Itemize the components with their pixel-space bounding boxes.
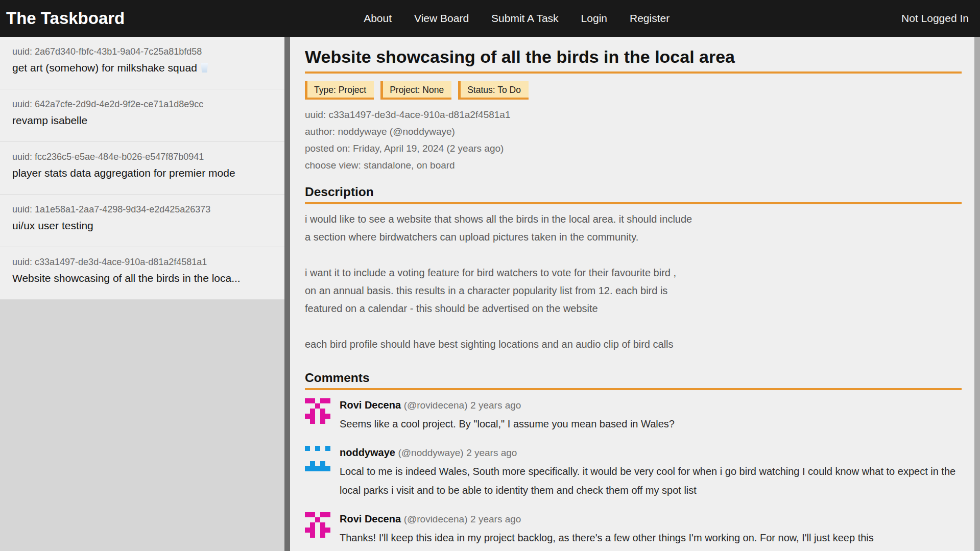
comment-row: noddywaye (@noddywaye) 2 years ago Local…	[305, 446, 962, 500]
comment-timestamp: 2 years ago	[470, 514, 521, 524]
comment-body: noddywaye (@noddywaye) 2 years ago Local…	[340, 446, 962, 500]
app-body: uuid: 2a67d340-fbfc-43b1-9a04-7c25a81bfd…	[0, 37, 980, 551]
avatar-rovidecena-icon	[305, 512, 330, 538]
page-scrollbar[interactable]	[974, 37, 980, 551]
description-text: i would like to see a website that shows…	[305, 210, 962, 353]
comment-author: Rovi Decena	[340, 513, 401, 524]
task-title: Website showcasing of all the birds in t…	[12, 272, 277, 284]
task-meta: uuid: c33a1497-de3d-4ace-910a-d81a2f4581…	[305, 106, 962, 174]
view-standalone-link[interactable]: standalone	[364, 160, 411, 171]
avatar-rovidecena-icon	[305, 398, 330, 424]
task-detail: Website showcasing of all the birds in t…	[290, 37, 974, 551]
nav-link-view-board[interactable]: View Board	[414, 12, 469, 25]
task-uuid: uuid: fcc236c5-e5ae-484e-b026-e547f87b09…	[12, 152, 277, 162]
task-title: get art (somehow) for milkshake squad	[12, 62, 277, 74]
comment-list: Rovi Decena (@rovidecena) 2 years ago Se…	[305, 398, 962, 547]
choose-view-label: choose view:	[305, 160, 364, 171]
project-badge: Project: None	[380, 81, 451, 100]
nav-link-submit-a-task[interactable]: Submit A Task	[491, 12, 559, 25]
badge-row: Type: Project Project: None Status: To D…	[305, 81, 962, 100]
task-title: ui/ux user testing	[12, 220, 277, 232]
comment-handle: (@rovidecena)	[404, 400, 468, 411]
nav-link-register[interactable]: Register	[630, 12, 670, 25]
task-list-item-isabelle[interactable]: uuid: 642a7cfe-2d9d-4e2d-9f2e-ce71a1d8e9…	[0, 89, 284, 142]
meta-posted-on: posted on: Friday, April 19, 2024 (2 yea…	[305, 140, 962, 157]
description-divider	[305, 202, 962, 204]
task-list-item-uiux-testing[interactable]: uuid: 1a1e58a1-2aa7-4298-9d34-e2d425a263…	[0, 195, 284, 247]
task-title-text: get art (somehow) for milkshake squad	[12, 62, 197, 74]
view-separator: ,	[411, 160, 417, 171]
comments-heading: Comments	[305, 371, 962, 385]
task-list-item-milkshake[interactable]: uuid: 2a67d340-fbfc-43b1-9a04-7c25a81bfd…	[0, 37, 284, 89]
comments-divider	[305, 388, 962, 390]
comment-text: Local to me is indeed Wales, South more …	[340, 462, 962, 500]
task-list-item-birds-website[interactable]: uuid: c33a1497-de3d-4ace-910a-d81a2f4581…	[0, 247, 284, 300]
status-badge: Status: To Do	[458, 81, 529, 100]
task-list-item-player-stats[interactable]: uuid: fcc236c5-e5ae-484e-b026-e547f87b09…	[0, 142, 284, 195]
comment-text: Seems like a cool project. By "local," I…	[340, 415, 962, 434]
sidebar-scrollbar[interactable]	[284, 37, 290, 551]
description-heading: Description	[305, 185, 962, 199]
nav-link-login[interactable]: Login	[581, 12, 607, 25]
meta-choose-view: choose view: standalone, on board	[305, 157, 962, 174]
comment-handle: (@rovidecena)	[404, 514, 468, 524]
comment-text: Thanks! I'll keep this idea in my projec…	[340, 529, 962, 547]
comment-row: Rovi Decena (@rovidecena) 2 years ago Se…	[305, 398, 962, 434]
task-uuid: uuid: c33a1497-de3d-4ace-910a-d81a2f4581…	[12, 257, 277, 268]
task-title: revamp isabelle	[12, 114, 277, 127]
view-on-board-link[interactable]: on board	[417, 160, 455, 171]
sidebar: uuid: 2a67d340-fbfc-43b1-9a04-7c25a81bfd…	[0, 37, 290, 551]
page-title: Website showcasing of all the birds in t…	[305, 47, 962, 67]
task-uuid: uuid: 1a1e58a1-2aa7-4298-9d34-e2d425a263…	[12, 204, 277, 215]
task-list: uuid: 2a67d340-fbfc-43b1-9a04-7c25a81bfd…	[0, 37, 284, 551]
sidebar-empty-area	[0, 300, 284, 551]
meta-uuid: uuid: c33a1497-de3d-4ace-910a-d81a2f4581…	[305, 106, 962, 123]
type-badge: Type: Project	[305, 81, 374, 100]
task-title: player stats data aggregation for premie…	[12, 167, 277, 179]
comment-author: Rovi Decena	[340, 399, 401, 411]
comment-author: noddywaye	[340, 447, 395, 458]
milk-glass-icon	[201, 63, 208, 73]
comment-header: Rovi Decena (@rovidecena) 2 years ago	[340, 512, 962, 526]
main-nav: About View Board Submit A Task Login Reg…	[132, 12, 901, 25]
navbar: The Taskboard About View Board Submit A …	[0, 0, 980, 37]
meta-author: author: noddywaye (@noddywaye)	[305, 123, 962, 140]
comment-body: Rovi Decena (@rovidecena) 2 years ago Th…	[340, 512, 962, 547]
nav-link-about[interactable]: About	[364, 12, 392, 25]
comment-timestamp: 2 years ago	[470, 400, 521, 411]
comment-timestamp: 2 years ago	[466, 447, 517, 458]
title-divider	[305, 71, 962, 74]
avatar-noddywaye-icon	[305, 446, 330, 471]
comment-body: Rovi Decena (@rovidecena) 2 years ago Se…	[340, 398, 962, 434]
login-status: Not Logged In	[901, 12, 980, 25]
task-uuid: uuid: 2a67d340-fbfc-43b1-9a04-7c25a81bfd…	[12, 46, 277, 57]
comment-header: Rovi Decena (@rovidecena) 2 years ago	[340, 398, 962, 412]
comment-handle: (@noddywaye)	[398, 447, 463, 458]
comment-row: Rovi Decena (@rovidecena) 2 years ago Th…	[305, 512, 962, 547]
app-title: The Taskboard	[0, 9, 132, 28]
comment-header: noddywaye (@noddywaye) 2 years ago	[340, 446, 962, 460]
task-uuid: uuid: 642a7cfe-2d9d-4e2d-9f2e-ce71a1d8e9…	[12, 99, 277, 110]
